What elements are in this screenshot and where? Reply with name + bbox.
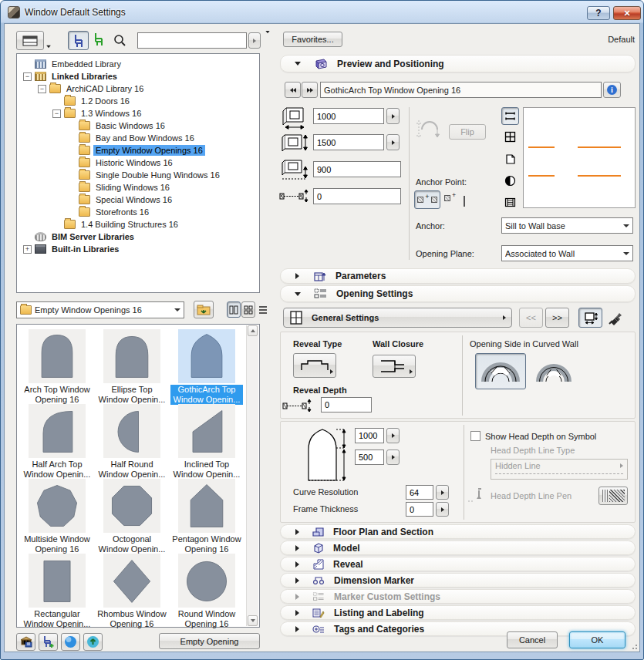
library-part-item[interactable]: RectangularWindow Openin... — [21, 554, 93, 629]
library-part-item[interactable]: GothicArch TopWindow Openin... — [170, 329, 243, 405]
library-part-item[interactable]: Rhombus WindowOpening 16 — [96, 554, 168, 629]
curve-resolution-input[interactable] — [406, 485, 433, 500]
search-input[interactable] — [137, 32, 247, 49]
next-page-button[interactable]: >> — [545, 308, 569, 328]
section-floor-plan-and-section[interactable]: Floor Plan and Section — [280, 524, 636, 539]
sill-height-input[interactable] — [313, 161, 401, 177]
tree-item[interactable]: Special Windows 16 — [17, 194, 259, 206]
anchor-point-option-2[interactable]: + — [444, 195, 456, 201]
anchor-point-option-3[interactable] — [464, 197, 465, 206]
frame-thickness-spin-button[interactable] — [436, 502, 449, 517]
resize-mode-button[interactable] — [578, 308, 602, 328]
grid-scrollbar[interactable] — [246, 325, 258, 626]
section-reveal[interactable]: Reveal — [280, 557, 636, 571]
inject-parameters-button[interactable] — [608, 310, 625, 327]
height-input[interactable] — [313, 134, 384, 150]
favorites-button[interactable]: Favorites... — [283, 32, 342, 47]
section-marker-custom-settings[interactable]: Marker Custom Settings — [280, 589, 636, 604]
show-head-depth-checkbox[interactable] — [470, 431, 480, 441]
tree-item[interactable]: Sliding Windows 16 — [17, 181, 259, 194]
tree-item[interactable]: Historic Windows 16 — [17, 157, 259, 169]
tree-item[interactable]: −1.3 Windows 16 — [17, 107, 259, 120]
shape-arch-spin-button[interactable] — [386, 450, 400, 465]
element-type-button[interactable]: Empty Opening — [159, 633, 260, 649]
opening-plane-select[interactable]: Associated to Wall — [501, 245, 633, 261]
folder-view-toggle-button[interactable] — [68, 31, 89, 50]
wall-closure-button[interactable] — [373, 355, 416, 378]
tree-item[interactable]: Basic Windows 16 — [17, 120, 259, 132]
large-icons-view-button[interactable] — [227, 301, 241, 318]
collapse-expander-icon[interactable]: − — [38, 85, 46, 93]
opening-side-inner-button[interactable] — [475, 353, 526, 389]
library-part-item[interactable]: Pentagon WindowOpening 16 — [170, 479, 243, 554]
section-dimension-marker[interactable]: Dimension Marker — [280, 573, 636, 588]
preview-section-view-button[interactable] — [504, 197, 517, 209]
tree-item[interactable]: 1.4 Building Structures 16 — [17, 218, 259, 231]
settings-page-select-button[interactable]: General Settings — [283, 308, 512, 328]
section-listing-and-labeling[interactable]: Listing and Labeling — [280, 605, 636, 620]
list-view-button[interactable] — [256, 301, 270, 318]
up-one-level-button[interactable] — [194, 301, 214, 318]
collapse-expander-icon[interactable]: − — [52, 109, 61, 118]
help-button[interactable]: ? — [587, 6, 610, 20]
head-line-pen-button[interactable] — [598, 487, 628, 505]
curve-resolution-spin-button[interactable] — [436, 485, 449, 500]
tree-item[interactable]: Embedded Library — [17, 58, 259, 70]
shape-height-input[interactable] — [355, 428, 384, 443]
offset-input[interactable] — [313, 188, 401, 204]
expand-expander-icon[interactable]: + — [23, 245, 32, 254]
load-library-button[interactable] — [16, 633, 35, 651]
previous-page-button[interactable]: << — [519, 308, 543, 328]
tree-item[interactable]: −ArchiCAD Library 16 — [17, 82, 259, 95]
frame-thickness-input[interactable] — [406, 502, 433, 517]
shape-arch-input[interactable] — [355, 450, 384, 465]
section-preview-positioning[interactable]: Preview and Positioning — [280, 55, 636, 72]
cancel-button[interactable]: Cancel — [507, 631, 558, 648]
preview-elevation-view-button[interactable] — [504, 131, 517, 143]
width-input[interactable] — [313, 108, 384, 124]
view-options-dropdown-arrow-icon[interactable] — [46, 45, 51, 49]
head-line-type-select[interactable]: Hidden Line — [491, 459, 628, 480]
tree-item[interactable]: +Built-in Libraries — [17, 243, 259, 255]
tree-item[interactable]: BIM Server Libraries — [17, 231, 259, 243]
current-folder-select[interactable]: Empty Window Openings 16 — [16, 301, 184, 318]
panel-splitter-arrow-icon[interactable] — [265, 31, 269, 33]
shape-height-spin-button[interactable] — [386, 428, 400, 443]
scroll-down-button[interactable] — [248, 615, 258, 626]
collapse-expander-icon[interactable]: − — [23, 72, 32, 81]
previous-item-button[interactable] — [285, 82, 301, 98]
library-part-item[interactable]: Half Arch TopWindow Openin... — [21, 404, 93, 480]
library-part-item[interactable]: Multiside WindowOpening 16 — [21, 479, 93, 554]
opening-side-outer-button[interactable] — [534, 359, 574, 386]
preview-plan-view-button[interactable] — [501, 107, 519, 125]
small-icons-view-button[interactable] — [241, 301, 255, 318]
tree-item[interactable]: Bay and Bow Windows 16 — [17, 132, 259, 144]
section-parameters[interactable]: Parameters — [280, 268, 636, 284]
tree-item[interactable]: Empty Window Openings 16 — [17, 144, 259, 157]
preview-3d-view-button[interactable] — [504, 175, 517, 187]
preview-side-view-button[interactable] — [504, 153, 517, 166]
section-model[interactable]: Model — [280, 540, 636, 555]
tree-item[interactable]: −Linked Libraries — [17, 70, 259, 82]
preview-pane[interactable] — [523, 107, 636, 208]
reveal-depth-input[interactable] — [321, 397, 372, 412]
tree-item[interactable]: Storefronts 16 — [17, 206, 259, 218]
library-part-item[interactable]: Ellipse TopWindow Openin... — [96, 329, 168, 405]
new-object-button[interactable] — [39, 633, 58, 651]
scroll-up-button[interactable] — [248, 325, 258, 336]
anchor-select[interactable]: Sill to Wall base — [501, 217, 633, 234]
section-opening-settings[interactable]: Opening Settings — [280, 285, 636, 302]
next-item-button[interactable] — [302, 82, 318, 98]
library-part-item[interactable]: Round WindowOpening 16 — [170, 554, 243, 629]
bim-components-button[interactable] — [83, 633, 103, 651]
close-button[interactable]: ✕ — [613, 6, 641, 20]
width-spin-button[interactable] — [386, 108, 400, 124]
current-item-name-field[interactable]: GothicArch Top Window Opening 16 — [320, 82, 602, 98]
tree-item[interactable]: Single Double Hung Windows 16 — [17, 169, 259, 181]
library-part-item[interactable]: Inclined TopWindow Openin... — [170, 404, 243, 480]
flip-button[interactable]: Flip — [449, 124, 486, 140]
ok-button[interactable]: OK — [569, 631, 625, 648]
library-part-item[interactable]: OctogonalWindow Openin... — [96, 479, 168, 554]
library-part-item[interactable]: Half RoundWindow Openin... — [96, 404, 168, 480]
web-portal-button[interactable] — [61, 633, 80, 651]
